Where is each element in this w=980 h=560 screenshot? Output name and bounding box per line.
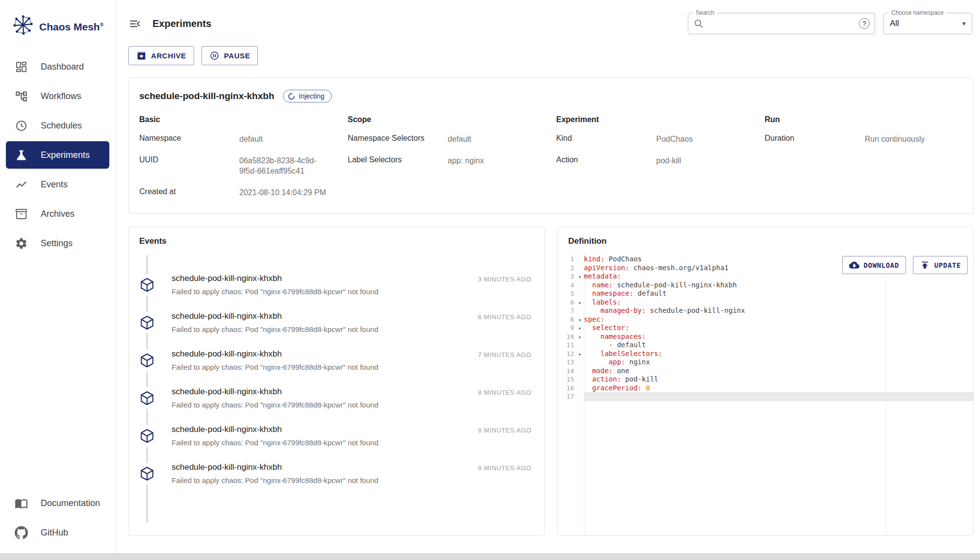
detail-section-scope: ScopeNamespace SelectorsdefaultLabel Sel…	[348, 110, 556, 208]
fold-arrow-icon[interactable]	[576, 298, 584, 307]
event-list-item[interactable]: schedule-pod-kill-nginx-khxbhFailed to a…	[129, 311, 544, 333]
download-button-label: DOWNLOAD	[864, 261, 899, 269]
detail-label: Namespace Selectors	[348, 134, 448, 145]
line-number: 13	[558, 358, 576, 367]
event-list-item[interactable]: schedule-pod-kill-nginx-khxbhFailed to a…	[129, 387, 544, 409]
sidebar-item-experiments[interactable]: Experiments	[6, 141, 109, 169]
sidebar-nav: DashboardWorkflowsSchedulesExperimentsEv…	[0, 51, 115, 259]
status-badge: Injecting	[283, 90, 332, 102]
code-line: 5 namespace: default	[558, 289, 973, 298]
yaml-editor[interactable]: 1kind: PodChaos2apiVersion: chaos-mesh.o…	[558, 252, 973, 535]
code-text: labelSelectors:	[584, 350, 973, 358]
fold-arrow-icon[interactable]	[576, 350, 584, 358]
code-text: managed-by: schedule-pod-kill-nginx	[584, 306, 973, 315]
namespace-select[interactable]: Choose namespace All	[883, 13, 972, 34]
code-line: 6 labels:	[558, 298, 973, 307]
chevron-down-icon	[962, 19, 966, 28]
sidebar-item-dashboard[interactable]: Dashboard	[6, 53, 109, 80]
event-title: schedule-pod-kill-nginx-khxbh	[172, 274, 378, 283]
chaos-mesh-logo[interactable]: Chaos Mesh®	[0, 0, 115, 51]
event-list-item[interactable]: schedule-pod-kill-nginx-khxbhFailed to a…	[129, 462, 544, 484]
main-area: Experiments Search Choose namespace All	[116, 0, 980, 553]
detail-row: Actionpod-kill	[556, 155, 765, 166]
github-icon	[15, 526, 28, 539]
fold-arrow-icon[interactable]	[576, 315, 584, 324]
events-timeline: schedule-pod-kill-nginx-khxbhFailed to a…	[129, 252, 544, 535]
definition-panel: Definition 1kind: PodChaos2apiVersion: c…	[557, 227, 974, 536]
line-number: 4	[558, 281, 576, 290]
detail-label: UUID	[139, 155, 239, 177]
download-button[interactable]: DOWNLOAD	[842, 256, 906, 274]
archive-button-label: ARCHIVE	[151, 51, 186, 60]
detail-value: PodChaos	[656, 134, 693, 145]
search-field-label: Search	[693, 9, 717, 16]
event-list-item[interactable]: schedule-pod-kill-nginx-khxbhFailed to a…	[129, 349, 544, 371]
detail-section-title: Scope	[348, 115, 556, 124]
code-text: selector:	[584, 324, 973, 332]
page-title: Experiments	[152, 18, 211, 29]
fold-spacer	[576, 306, 584, 315]
pause-button[interactable]: PAUSE	[201, 46, 258, 65]
sidebar-item-schedules[interactable]: Schedules	[6, 112, 109, 139]
search-field[interactable]: Search	[688, 13, 875, 34]
sidebar-item-label: Events	[41, 179, 68, 190]
search-input[interactable]	[704, 19, 859, 28]
events-panel: Events schedule-pod-kill-nginx-khxbhFail…	[128, 227, 545, 536]
sidebar-item-settings[interactable]: Settings	[6, 229, 109, 257]
menu-toggle-icon[interactable]	[128, 17, 142, 30]
namespace-select-label: Choose namespace	[889, 9, 946, 16]
event-title: schedule-pod-kill-nginx-khxbh	[172, 349, 378, 359]
status-badge-label: Injecting	[299, 92, 325, 100]
archive-button[interactable]: ARCHIVE	[128, 46, 194, 65]
event-time: 7 MINUTES AGO	[471, 351, 531, 358]
event-title: schedule-pod-kill-nginx-khxbh	[172, 462, 378, 472]
chaos-mesh-logo-icon	[12, 14, 34, 36]
code-text: labels:	[584, 298, 973, 307]
detail-row: Created at2021-08-10 14:04:29 PM	[139, 187, 348, 198]
detail-label: Label Selectors	[348, 155, 448, 166]
update-button[interactable]: UPDATE	[913, 256, 968, 274]
sidebar-item-archives[interactable]: Archives	[6, 200, 109, 228]
sidebar-item-events[interactable]: Events	[6, 171, 109, 198]
detail-label: Created at	[139, 187, 239, 198]
sidebar: Chaos Mesh® DashboardWorkflowsSchedulesE…	[0, 0, 116, 553]
detail-section-experiment: ExperimentKindPodChaosActionpod-kill	[556, 110, 765, 208]
fold-arrow-icon[interactable]	[576, 332, 584, 341]
sidebar-item-github[interactable]: GitHub	[6, 519, 109, 546]
line-number: 10	[558, 332, 576, 341]
sidebar-item-label: Workflows	[41, 91, 81, 102]
code-text: app: nginx	[584, 358, 973, 367]
injecting-spinner-icon	[288, 93, 295, 100]
sidebar-item-documentation[interactable]: Documentation	[6, 489, 109, 517]
fold-arrow-icon[interactable]	[576, 324, 584, 332]
fold-spacer	[576, 384, 584, 393]
event-time: 8 MINUTES AGO	[471, 464, 531, 472]
clock-icon	[15, 119, 28, 132]
pause-circle-icon	[209, 51, 220, 61]
sidebar-item-workflows[interactable]: Workflows	[6, 82, 109, 110]
events-panel-title: Events	[129, 227, 544, 252]
detail-value: 2021-08-10 14:04:29 PM	[239, 187, 326, 198]
pod-cube-icon	[136, 425, 158, 447]
book-icon	[15, 497, 28, 510]
fold-arrow-icon[interactable]	[576, 272, 584, 281]
code-text: mode: one	[584, 367, 973, 376]
event-message: Failed to apply chaos: Pod "nginx-6799fc…	[172, 325, 378, 333]
code-text: namespaces:	[584, 332, 973, 341]
detail-section-basic: BasicNamespacedefaultUUID06a5823b-8238-4…	[139, 110, 348, 208]
line-number: 8	[558, 315, 576, 324]
event-time: 6 MINUTES AGO	[471, 313, 531, 321]
event-list-item[interactable]: schedule-pod-kill-nginx-khxbhFailed to a…	[129, 274, 544, 296]
code-line: 12 labelSelectors:	[558, 350, 973, 358]
detail-label: Duration	[765, 134, 865, 145]
code-line: 7 managed-by: schedule-pod-kill-nginx	[558, 306, 973, 315]
pause-button-label: PAUSE	[224, 51, 251, 60]
sidebar-item-label: Archives	[41, 209, 75, 219]
event-list-item[interactable]: schedule-pod-kill-nginx-khxbhFailed to a…	[129, 425, 544, 447]
code-text: spec:	[584, 315, 973, 324]
line-number: 3	[558, 272, 576, 281]
event-message: Failed to apply chaos: Pod "nginx-6799fc…	[172, 363, 378, 371]
line-number: 2	[558, 264, 576, 273]
help-icon[interactable]	[859, 18, 870, 29]
detail-label: Namespace	[139, 134, 239, 145]
